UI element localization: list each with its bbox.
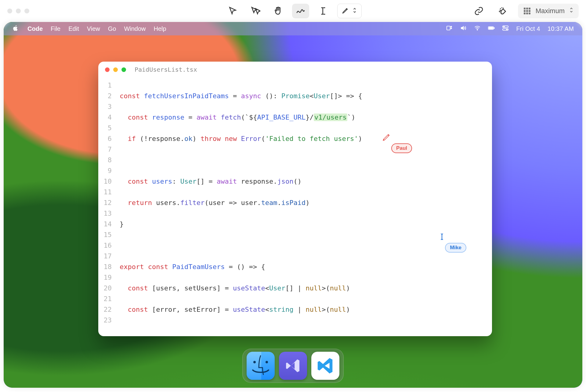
link-icon[interactable]: [470, 4, 487, 18]
menubar-time[interactable]: 10:37 AM: [548, 25, 574, 32]
pencil-style-selector[interactable]: [337, 4, 362, 18]
stage-manager-icon[interactable]: [446, 25, 453, 33]
line-number: 20: [98, 283, 112, 293]
zoom-window-button[interactable]: [121, 67, 126, 72]
grid-icon: [523, 7, 531, 15]
scribble-tool[interactable]: [292, 4, 309, 18]
svg-rect-0: [447, 26, 450, 30]
editor-titlebar[interactable]: PaidUsersList.tsx: [98, 62, 492, 77]
visual-studio-icon: [284, 357, 302, 374]
dock-app-visual-studio[interactable]: [279, 352, 307, 380]
menu-help[interactable]: Help: [154, 25, 166, 32]
line-number: 21: [98, 293, 112, 304]
collaborator-cursor-paul: Paul: [382, 133, 412, 153]
dot: [7, 9, 12, 13]
line-number: 14: [98, 219, 112, 229]
line-number: 15: [98, 229, 112, 240]
code-editor-window: PaidUsersList.tsx 1 2 3 4 5 6 7 8 9 10 1…: [98, 62, 492, 336]
traffic-lights: [105, 67, 126, 72]
menubar-date[interactable]: Fri Oct 4: [516, 25, 540, 32]
vscode-icon: [316, 356, 335, 375]
close-window-button[interactable]: [105, 67, 110, 72]
multi-pointer-tool[interactable]: [247, 4, 264, 18]
menubar-status-area: Fri Oct 4 10:37 AM: [446, 25, 574, 33]
dock-app-finder[interactable]: [247, 352, 275, 380]
window-dots: [7, 9, 29, 13]
control-center-icon[interactable]: [502, 25, 509, 33]
svg-point-10: [506, 29, 508, 30]
finder-face-icon: [247, 352, 275, 380]
code-line: export const PaidTeamUsers = () => {: [120, 261, 362, 272]
line-number: 12: [98, 197, 112, 208]
code-line: if (!response.ok) throw new Error('Faile…: [120, 133, 362, 144]
code-content[interactable]: const fetchUsersInPaidTeams = async (): …: [117, 80, 362, 336]
size-selector[interactable]: Maximum: [518, 4, 579, 18]
line-number: 23: [98, 315, 112, 325]
editor-filename: PaidUsersList.tsx: [135, 66, 197, 73]
line-number: 22: [98, 304, 112, 315]
collaborator-name-chip: Mike: [445, 243, 466, 253]
volume-icon[interactable]: [460, 25, 467, 33]
line-number: 16: [98, 240, 112, 251]
code-line: [120, 325, 362, 336]
line-number: 11: [98, 187, 112, 197]
svg-rect-1: [451, 26, 452, 27]
menu-go[interactable]: Go: [108, 25, 116, 32]
code-line: const response = await fetch(`${API_BASE…: [120, 112, 362, 123]
toolbar-right: Maximum: [470, 4, 579, 18]
macos-menubar: Code File Edit View Go Window Help Fri O…: [4, 22, 582, 35]
size-label: Maximum: [536, 7, 565, 15]
line-number: 19: [98, 272, 112, 283]
hand-tool[interactable]: [269, 4, 287, 18]
macos-dock: [242, 349, 344, 383]
dot: [24, 9, 29, 13]
menu-view[interactable]: View: [87, 25, 100, 32]
line-number: 6: [98, 133, 112, 144]
text-cursor-icon: [438, 232, 446, 241]
desktop: Code File Edit View Go Window Help Fri O…: [4, 22, 582, 388]
code-line: [120, 240, 362, 251]
code-line: const fetchUsersInPaidTeams = async (): …: [120, 91, 362, 101]
menu-window[interactable]: Window: [124, 25, 146, 32]
code-area[interactable]: 1 2 3 4 5 6 7 8 9 10 11 12 13 14 15 16 1…: [98, 77, 492, 336]
svg-rect-2: [451, 28, 452, 29]
toolbar-tools: [224, 4, 362, 18]
menu-app-name[interactable]: Code: [27, 25, 43, 32]
line-number: 18: [98, 261, 112, 272]
line-number: 1: [98, 80, 112, 91]
code-line: [120, 155, 362, 165]
menu-edit[interactable]: Edit: [68, 25, 79, 32]
pointer-tool[interactable]: [224, 4, 241, 18]
line-number: 7: [98, 144, 112, 155]
svg-point-3: [477, 30, 478, 30]
line-number: 3: [98, 101, 112, 112]
clap-icon[interactable]: [494, 4, 511, 18]
collaborator-name-chip: Paul: [391, 143, 412, 153]
line-number: 2: [98, 91, 112, 101]
line-number: 4: [98, 112, 112, 123]
code-line: const users: User[] = await response.jso…: [120, 176, 362, 187]
svg-point-12: [266, 361, 268, 363]
menu-file[interactable]: File: [51, 25, 60, 32]
code-line: const [users, setUsers] = useState<User[…: [120, 283, 362, 293]
pencil-icon: [342, 7, 349, 15]
code-line: const [error, setError] = useState<strin…: [120, 304, 362, 315]
svg-rect-6: [494, 27, 494, 29]
svg-point-8: [504, 26, 505, 27]
code-line: return users.filter(user => user.team.is…: [120, 197, 362, 208]
line-number: 5: [98, 123, 112, 133]
dock-app-vscode[interactable]: [311, 352, 339, 380]
apple-menu[interactable]: [12, 25, 19, 33]
minimize-window-button[interactable]: [113, 67, 118, 72]
code-line: }: [120, 219, 362, 229]
line-number-gutter: 1 2 3 4 5 6 7 8 9 10 11 12 13 14 15 16 1…: [98, 80, 117, 336]
battery-icon[interactable]: [488, 25, 495, 33]
dot: [16, 9, 21, 13]
wifi-icon[interactable]: [474, 25, 481, 33]
line-number: 10: [98, 176, 112, 187]
text-cursor-tool[interactable]: [315, 4, 332, 18]
line-number: 13: [98, 208, 112, 219]
annotation-toolbar: Maximum: [0, 0, 586, 22]
svg-rect-5: [489, 27, 493, 29]
line-number: 9: [98, 165, 112, 176]
